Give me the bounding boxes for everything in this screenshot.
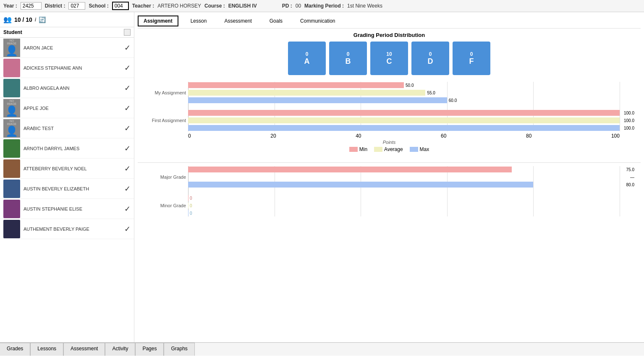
legend-min-color <box>349 147 358 152</box>
major-grade-group: Major Grade 75.0 — 80.0 <box>188 166 620 188</box>
student-check[interactable]: ✓ <box>124 63 131 73</box>
minor-max-value: 0 <box>190 211 192 216</box>
bar-min2 <box>188 110 620 116</box>
student-name: ARABIC TEST <box>24 126 121 131</box>
bottom-tab-grades[interactable]: Grades <box>0 343 30 356</box>
student-check[interactable]: ✓ <box>124 144 131 153</box>
school-input[interactable] <box>112 2 129 10</box>
x-label-100: 100 <box>611 133 620 139</box>
grade-letter: B <box>346 57 351 66</box>
bar-row-min2: 100.0 <box>188 109 620 116</box>
student-name: ALBRO ANGELA ANN <box>24 86 121 91</box>
bottom-tab-lessons[interactable]: Lessons <box>30 343 63 356</box>
student-name: ATTEBERRY BEVERLY NOEL <box>24 166 121 171</box>
student-avatar <box>3 220 20 238</box>
student-check[interactable]: ✓ <box>124 184 131 193</box>
student-name: APPLE JOE <box>24 106 121 111</box>
year-input[interactable] <box>21 2 42 10</box>
student-check[interactable]: ✓ <box>124 204 131 214</box>
year-label: Year : <box>3 3 17 9</box>
x-label-40: 40 <box>356 133 361 139</box>
tab-lesson[interactable]: Lesson <box>185 16 212 26</box>
legend-min: Min <box>349 146 367 152</box>
minor-bar-min: 0 <box>188 195 620 201</box>
student-row[interactable]: ADICKES STEPHANIE ANN✓ <box>0 58 134 78</box>
refresh-icon[interactable]: 🔄 <box>39 16 46 23</box>
student-avatar-no-image: NOIMAGE👤 <box>3 39 20 57</box>
student-row[interactable]: NOIMAGE👤ARABIC TEST✓ <box>0 118 134 138</box>
student-check[interactable]: ✓ <box>124 43 131 52</box>
grade-box-a: 0A <box>288 42 326 75</box>
right-panel: AssignmentLessonAssessmentGoalsCommunica… <box>134 12 644 342</box>
student-row[interactable]: ATTEBERRY BEVERLY NOEL✓ <box>0 159 134 179</box>
legend-max: Max <box>410 146 429 152</box>
minor-grade-group: Minor Grade 0 0 0 <box>188 195 620 216</box>
select-all-checkbox[interactable] <box>124 29 131 36</box>
grade-letter: F <box>469 57 474 66</box>
student-header-label: Student <box>3 29 22 35</box>
student-avatar <box>3 200 20 218</box>
tab-assessment[interactable]: Assessment <box>219 16 257 26</box>
bar-row-avg: 55.0 <box>188 89 620 96</box>
my-assignment-label: My Assignment <box>138 90 186 95</box>
grade-chart-section: Major Grade 75.0 — 80.0 <box>138 166 641 218</box>
bar-row-min: 50.0 <box>188 82 620 89</box>
grade-count: 10 <box>386 51 392 57</box>
minor-min-value: 0 <box>190 196 192 201</box>
legend-max-color <box>410 147 418 152</box>
major-bar-avg: — <box>188 174 620 180</box>
student-count: 10 / 10 <box>14 16 32 23</box>
bar-avg-value: 55.0 <box>427 91 435 95</box>
major-grade-label: Major Grade <box>138 175 186 180</box>
bar-max-value2: 100.0 <box>624 126 634 130</box>
minor-grade-bars: 0 0 0 <box>188 195 620 216</box>
grade-count: 0 <box>347 51 350 57</box>
student-name: AUSTIN STEPHANIE ELISE <box>24 206 121 211</box>
tab-goals[interactable]: Goals <box>264 16 288 26</box>
info-icon[interactable]: i <box>35 17 36 23</box>
student-check[interactable]: ✓ <box>124 224 131 234</box>
minor-bar-max: 0 <box>188 210 620 216</box>
bottom-tab-activity[interactable]: Activity <box>105 343 135 356</box>
group-icon: 👥 <box>3 16 12 23</box>
grade-count: 0 <box>306 51 309 57</box>
student-check[interactable]: ✓ <box>124 104 131 113</box>
student-check[interactable]: ✓ <box>124 83 131 93</box>
student-avatar-no-image: NOIMAGE👤 <box>3 119 20 138</box>
student-avatar <box>3 79 20 97</box>
student-check[interactable]: ✓ <box>124 164 131 173</box>
school-label: School : <box>89 3 108 9</box>
tab-assignment[interactable]: Assignment <box>138 16 178 26</box>
student-row[interactable]: AUSTIN STEPHANIE ELISE✓ <box>0 199 134 219</box>
tab-communication[interactable]: Communication <box>295 16 340 26</box>
bar-avg-value2: 100.0 <box>624 118 634 123</box>
student-list: NOIMAGE👤AARON JACE✓ADICKES STEPHANIE ANN… <box>0 38 134 239</box>
bar-min-value2: 100.0 <box>624 111 634 115</box>
bar-row-avg2: 100.0 <box>188 117 620 124</box>
pd-value: 00 <box>296 3 301 9</box>
bar-max2 <box>188 125 620 131</box>
student-row[interactable]: AUTHEMENT BEVERLY PAIGE✓ <box>0 219 134 239</box>
student-check[interactable]: ✓ <box>124 124 131 133</box>
x-label-0: 0 <box>188 133 191 139</box>
minor-bar-avg: 0 <box>188 202 620 209</box>
teacher-value: ARTERO HORSEY <box>157 3 201 9</box>
student-row[interactable]: NOIMAGE👤AARON JACE✓ <box>0 38 134 58</box>
grade-box-c: 10C <box>370 42 408 75</box>
chart-divider <box>138 162 641 163</box>
major-bar-max-fill <box>188 182 533 188</box>
major-grade-bars: 75.0 — 80.0 <box>188 166 620 188</box>
grade-box-f: 0F <box>453 42 490 75</box>
major-min-value: 75.0 <box>626 167 634 172</box>
bottom-tab-graphs[interactable]: Graphs <box>164 343 194 356</box>
student-row[interactable]: NOIMAGE👤APPLE JOE✓ <box>0 98 134 118</box>
student-name: AARON JACE <box>24 45 121 50</box>
grade-boxes: 0A0B10C0D0F <box>138 42 641 75</box>
bottom-tab-pages[interactable]: Pages <box>135 343 164 356</box>
student-row[interactable]: AUSTIN BEVERLY ELIZABETH✓ <box>0 179 134 199</box>
bottom-tab-assessment[interactable]: Assessment <box>63 343 105 356</box>
student-row[interactable]: ALBRO ANGELA ANN✓ <box>0 78 134 98</box>
district-input[interactable] <box>68 2 85 10</box>
student-name: AUSTIN BEVERLY ELIZABETH <box>24 186 121 191</box>
student-row[interactable]: ARNOTH DARRYL JAMES✓ <box>0 138 134 159</box>
